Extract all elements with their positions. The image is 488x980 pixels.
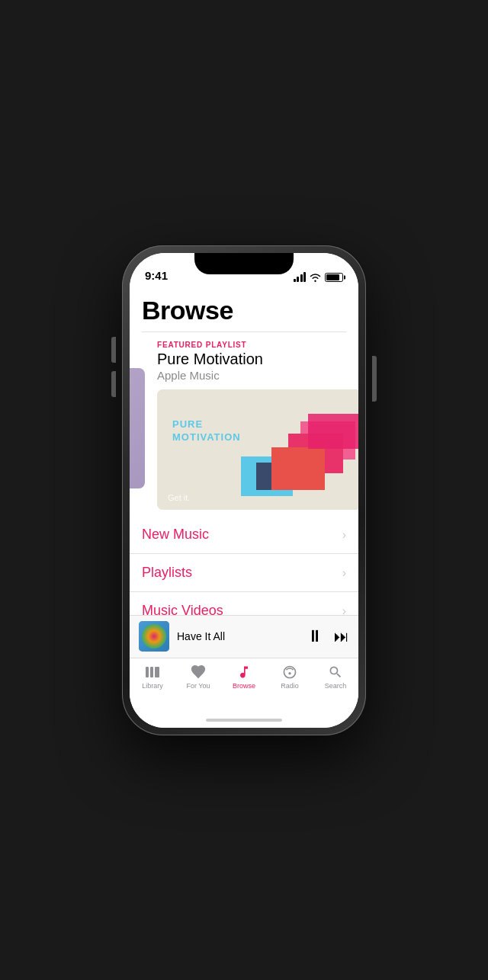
pause-button[interactable]: ⏸ xyxy=(307,626,323,646)
menu-item-label-new-music: New Music xyxy=(142,527,209,543)
search-icon xyxy=(327,665,344,680)
menu-item-playlists[interactable]: Playlists › xyxy=(130,554,358,592)
svg-point-3 xyxy=(288,672,291,674)
menu-list: New Music › Playlists › Music Videos › xyxy=(130,516,358,615)
tab-for-you[interactable]: For You xyxy=(175,665,221,690)
chevron-right-icon: › xyxy=(342,604,346,615)
tab-label-for-you: For You xyxy=(186,682,210,690)
mini-player-title: Have It All xyxy=(177,630,299,642)
signal-bar-1 xyxy=(294,279,296,282)
signal-bar-2 xyxy=(297,277,299,282)
battery-icon xyxy=(325,273,343,282)
tab-library[interactable]: Library xyxy=(130,665,175,690)
home-indicator xyxy=(130,713,358,728)
svg-rect-0 xyxy=(146,667,149,677)
featured-label: FEATURED PLAYLIST xyxy=(157,341,358,349)
menu-item-music-videos[interactable]: Music Videos › xyxy=(130,592,358,615)
artwork-text: PUREMOTIVATION xyxy=(172,418,241,444)
tab-label-search: Search xyxy=(325,682,347,690)
tab-label-library: Library xyxy=(142,682,163,690)
app-screen: 9:41 xyxy=(130,253,358,728)
battery-fill xyxy=(326,274,339,280)
phone-screen: 9:41 xyxy=(130,253,358,728)
signal-bar-3 xyxy=(300,274,303,282)
menu-item-label-playlists: Playlists xyxy=(142,565,192,581)
status-icons xyxy=(294,273,344,282)
signal-strength-icon xyxy=(294,273,307,282)
tab-label-radio: Radio xyxy=(281,682,299,690)
svg-rect-2 xyxy=(155,667,159,677)
art-magenta-rect xyxy=(308,414,358,449)
artwork-background: PUREMOTIVATION Get it. xyxy=(157,389,358,510)
radio-icon xyxy=(281,665,298,680)
page-title: Browse xyxy=(142,296,346,325)
chevron-right-icon: › xyxy=(342,566,346,580)
featured-card[interactable]: FEATURED PLAYLIST Pure Motivation Apple … xyxy=(157,341,358,510)
tab-label-browse: Browse xyxy=(233,682,255,690)
featured-section: FEATURED PLAYLIST Pure Motivation Apple … xyxy=(130,331,358,516)
tab-search[interactable]: Search xyxy=(313,665,358,690)
volume-down-button[interactable] xyxy=(111,371,116,397)
featured-name: Pure Motivation xyxy=(157,351,358,368)
notch xyxy=(194,253,294,274)
status-bar: 9:41 xyxy=(130,253,358,287)
art-red-rect xyxy=(271,447,325,490)
scroll-area[interactable]: Browse FEATURED PLAYLIST xyxy=(130,287,358,615)
get-it-label: Get it. xyxy=(168,493,190,502)
chevron-right-icon: › xyxy=(342,528,346,542)
home-bar xyxy=(206,719,282,722)
mini-art-design xyxy=(139,621,169,652)
wifi-icon xyxy=(310,273,321,282)
mini-player[interactable]: Have It All ⏸ ⏭ xyxy=(130,615,358,658)
volume-up-button[interactable] xyxy=(111,337,116,363)
browse-header: Browse xyxy=(130,287,358,331)
tab-browse[interactable]: Browse xyxy=(221,665,267,690)
mini-player-artwork xyxy=(139,621,169,652)
power-button[interactable] xyxy=(372,356,377,402)
library-icon xyxy=(144,665,161,680)
featured-image[interactable]: PUREMOTIVATION Get it. xyxy=(157,389,358,510)
status-time: 9:41 xyxy=(145,269,168,282)
featured-artist: Apple Music xyxy=(157,369,358,382)
tab-bar: Library For You Browse xyxy=(130,658,358,713)
svg-rect-1 xyxy=(150,667,153,677)
phone-frame: 9:41 xyxy=(122,245,366,735)
tab-radio[interactable]: Radio xyxy=(267,665,313,690)
menu-item-new-music[interactable]: New Music › xyxy=(130,516,358,554)
music-note-icon xyxy=(236,665,252,680)
left-peek-card xyxy=(130,368,145,488)
main-content: Browse FEATURED PLAYLIST xyxy=(130,287,358,728)
menu-item-label-music-videos: Music Videos xyxy=(142,603,223,615)
mini-player-controls: ⏸ ⏭ xyxy=(307,626,349,646)
heart-icon xyxy=(190,665,207,680)
signal-bar-4 xyxy=(303,272,306,282)
skip-forward-button[interactable]: ⏭ xyxy=(334,628,349,645)
